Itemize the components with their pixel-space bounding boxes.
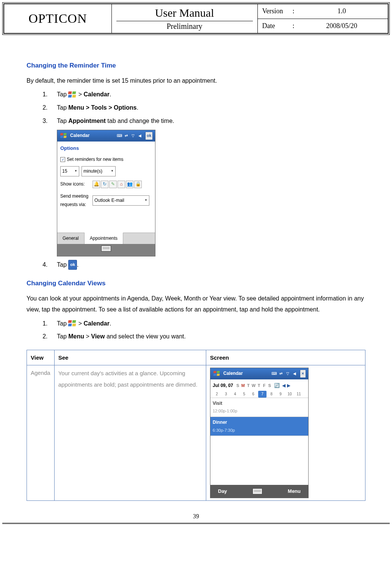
current-date[interactable]: Jul 09, 07 (213, 382, 233, 390)
titlebar-text: Calendar (70, 132, 114, 140)
attendees-icon[interactable]: 👥 (126, 181, 133, 188)
col-screen: Screen (206, 350, 365, 365)
close-button[interactable]: × (300, 370, 306, 378)
appt-title: Dinner (213, 418, 306, 427)
table-row: Agenda Your current day's activities at … (27, 365, 365, 501)
titlebar-text: Calendar (223, 370, 269, 378)
view-desc: Your current day's activities at a glanc… (54, 365, 206, 501)
connection-icon[interactable]: ⇄ (123, 133, 129, 138)
step4: Tap ok. (49, 260, 365, 271)
agenda-empty-area (210, 436, 308, 485)
date-label: Date (262, 22, 293, 30)
bell-icon[interactable]: 🔔 (93, 181, 100, 188)
windows-icon[interactable] (213, 371, 220, 376)
recurrence-icon[interactable]: ↻ (101, 181, 108, 188)
sip-bar[interactable] (57, 244, 155, 256)
col-see: See (54, 350, 206, 365)
chevron-down-icon: ▼ (111, 168, 114, 174)
prev-arrow-icon[interactable]: ◀ (282, 382, 285, 390)
appt-time: 12:00p-1:00p (213, 407, 306, 415)
reminder-unit-select[interactable]: minute(s) ▼ (82, 166, 116, 177)
footer-rule (2, 523, 390, 524)
chevron-down-icon: ▼ (144, 198, 147, 203)
volume-icon[interactable]: ◀ (292, 371, 298, 376)
step2: Tap Menu > Tools > Options. (49, 102, 365, 113)
send-via-select[interactable]: Outlook E-mail ▼ (93, 195, 149, 206)
keyboard-status-icon[interactable]: ⌨ (116, 133, 122, 138)
status-icons: ⌨ ⇄ ▽ ◀ (271, 371, 298, 376)
checkbox-label: Set reminders for new items (67, 156, 123, 164)
section2-title: Changing Calendar Views (27, 278, 365, 289)
doc-title: User Manual (116, 6, 253, 19)
ok-button[interactable]: ok (145, 132, 153, 140)
content: Changing the Reminder Time By default, t… (0, 37, 392, 508)
brand: OPTICON (4, 4, 112, 33)
options-body: Options ✓ Set reminders for new items 15… (57, 142, 155, 233)
checkbox-icon[interactable]: ✓ (60, 157, 65, 162)
softkey-bar: Day Menu (210, 485, 308, 497)
chevron-down-icon: ▼ (74, 168, 77, 174)
appointment-item-selected[interactable]: Dinner 6:30p-7:30p (210, 417, 308, 436)
version-cell: Version : 1.0 (257, 4, 388, 19)
step3: Tap Appointment tab and change the time.… (49, 116, 365, 256)
version-label: Version (262, 7, 293, 15)
section1-intro: By default, the reminder time is set 15 … (27, 76, 365, 87)
view-name: Agenda (27, 365, 55, 501)
options-screenshot: Calendar ⌨ ⇄ ▽ ◀ ok Options ✓ Set remind… (57, 130, 155, 256)
ok-icon: ok (68, 260, 77, 270)
reminder-value-select[interactable]: 15 ▼ (60, 166, 79, 177)
note-icon[interactable]: ✎ (109, 181, 117, 188)
show-icons-buttons: 🔔 ↻ ✎ ⌂ 👥 🔒 (93, 181, 142, 188)
col-view: View (27, 350, 55, 365)
agenda-screenshot: Calendar ⌨ ⇄ ▽ ◀ × Jul 09, 07 (210, 368, 309, 498)
date-value: 2008/05/20 (300, 22, 383, 30)
date-cell: Date : 2008/05/20 (257, 19, 388, 33)
agenda-titlebar: Calendar ⌨ ⇄ ▽ ◀ × (210, 368, 308, 379)
softkey-right[interactable]: Menu (288, 487, 301, 495)
signal-icon[interactable]: ▽ (285, 371, 291, 376)
page-number: 39 (0, 508, 392, 523)
location-icon[interactable]: ⌂ (118, 181, 125, 188)
signal-icon[interactable]: ▽ (130, 133, 136, 138)
section1-title: Changing the Reminder Time (27, 60, 365, 72)
views-table: View See Screen Agenda Your current day'… (27, 350, 365, 501)
appointment-item[interactable]: Visit 12:00p-1:00p (210, 398, 308, 417)
show-icons-label: Show icons: (60, 180, 93, 189)
keyboard-icon[interactable] (101, 245, 111, 252)
windows-icon[interactable] (60, 133, 67, 138)
step1: Tap > Calendar. (49, 89, 365, 100)
section2-steps: Tap > Calendar. Tap Menu > View and sele… (49, 318, 365, 343)
s2-step2: Tap Menu > View and select the view you … (49, 331, 365, 342)
softkey-left[interactable]: Day (218, 487, 227, 495)
appt-time: 6:30p-7:30p (213, 427, 306, 434)
keyboard-status-icon[interactable]: ⌨ (271, 371, 277, 376)
sync-icon[interactable]: 🔄 (274, 382, 280, 390)
section2-intro: You can look at your appointments in Age… (27, 293, 365, 315)
windows-icon (68, 320, 77, 327)
header-frame: OPTICON User Manual Preliminary Version … (2, 2, 390, 35)
send-via-label: Send meeting requests via: (60, 192, 93, 209)
private-icon[interactable]: 🔒 (134, 181, 142, 188)
next-arrow-icon[interactable]: ▶ (287, 382, 290, 390)
section1-steps: Tap > Calendar. Tap Menu > Tools > Optio… (49, 89, 365, 270)
screen-cell: Calendar ⌨ ⇄ ▽ ◀ × Jul 09, 07 (206, 365, 365, 501)
volume-icon[interactable]: ◀ (137, 133, 143, 138)
doc-title-cell: User Manual Preliminary (111, 4, 257, 33)
s2-step1: Tap > Calendar. (49, 318, 365, 329)
week-letters[interactable]: S M T W T F S (235, 382, 272, 390)
options-titlebar: Calendar ⌨ ⇄ ▽ ◀ ok (57, 130, 155, 142)
appt-title: Visit (213, 400, 306, 408)
tab-general[interactable]: General (57, 233, 85, 244)
version-value: 1.0 (300, 7, 383, 15)
connection-icon[interactable]: ⇄ (278, 371, 284, 376)
tab-appointments[interactable]: Appointments (85, 233, 123, 244)
options-heading: Options (60, 144, 152, 153)
reminder-checkbox-row[interactable]: ✓ Set reminders for new items (60, 156, 152, 164)
doc-subtitle: Preliminary (116, 21, 253, 31)
header-table: OPTICON User Manual Preliminary Version … (4, 4, 388, 33)
status-icons: ⌨ ⇄ ▽ ◀ (116, 133, 143, 138)
windows-icon (68, 91, 77, 98)
day-numbers[interactable]: 2 3 4 5 6 7 8 9 10 11 (213, 391, 306, 398)
keyboard-icon[interactable] (252, 488, 262, 494)
